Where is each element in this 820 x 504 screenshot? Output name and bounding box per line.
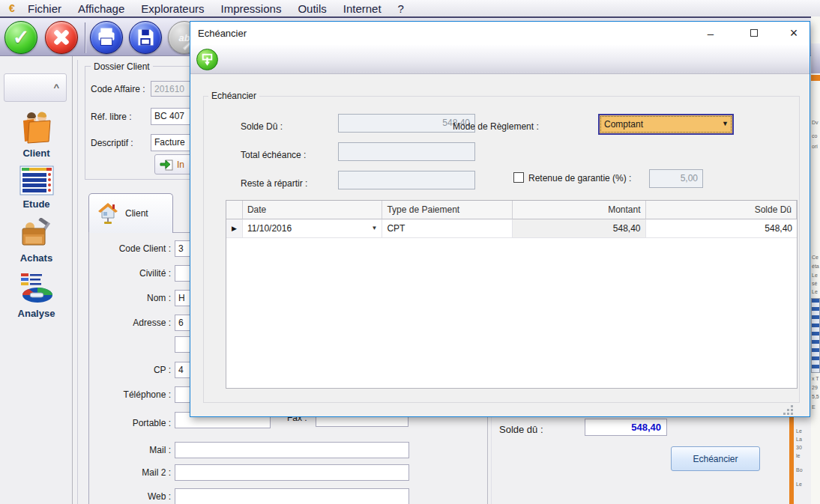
dossier-client-title: Dossier Client: [91, 61, 153, 72]
retenue-label: Retenue de garantie (%) :: [528, 173, 631, 183]
dialog-titlebar[interactable]: Echéancier – ×: [190, 22, 810, 45]
portable-label: Portable :: [88, 418, 171, 428]
mail2-field[interactable]: [175, 464, 409, 481]
menu-affichage[interactable]: Affichage: [70, 2, 133, 15]
sidebar-item-etude[interactable]: Etude: [0, 166, 73, 210]
sidebar-item-client[interactable]: Client: [0, 110, 73, 159]
preview-text: 30: [796, 445, 802, 450]
retenue-checkbox[interactable]: [513, 172, 524, 183]
table-header-row: Date Type de Paiement Montant Solde Dû: [226, 201, 797, 219]
solde-cell: 548,40: [646, 219, 797, 238]
menu-outils[interactable]: Outils: [289, 2, 334, 15]
application-window: € Fichier Affichage Explorateurs Impress…: [0, 0, 820, 504]
resize-grip[interactable]: [782, 404, 794, 416]
mail-label: Mail :: [88, 445, 171, 455]
etude-list-icon: [19, 166, 54, 195]
date-combo-cell[interactable]: 11/10/2016 ▼: [243, 219, 383, 238]
panel-divider: [77, 60, 78, 504]
tab-client-label: Client: [125, 208, 148, 219]
dialog-title: Echéancier: [198, 28, 247, 39]
web-field[interactable]: [175, 488, 409, 504]
mail2-label: Mail 2 :: [88, 467, 171, 478]
app-euro-icon: €: [4, 2, 19, 14]
preview-text: Bo: [796, 467, 803, 473]
analyse-pie-icon: [19, 272, 54, 305]
totals-divider: [487, 417, 488, 504]
type-cell: CPT: [382, 219, 513, 238]
close-icon: ×: [790, 25, 798, 41]
chevron-up-icon[interactable]: ^: [53, 82, 59, 93]
code-client-label: Code Client :: [88, 243, 171, 254]
ref-libre-label: Réf. libre :: [91, 112, 132, 122]
menu-fichier[interactable]: Fichier: [19, 2, 70, 15]
preview-text: Le: [796, 482, 802, 487]
dlg-total-echeance-label: Total échéance :: [241, 150, 306, 160]
client-folder-icon: [19, 110, 55, 145]
validate-icon[interactable]: ✓: [4, 21, 37, 54]
preview-table-block: [811, 298, 820, 373]
chevron-down-icon: ▼: [372, 219, 378, 237]
dlg-total-echeance-field: [338, 142, 475, 161]
preview-header-bar: [811, 75, 820, 81]
menu-help[interactable]: ?: [390, 2, 412, 15]
code-affaire-label: Code Affaire :: [91, 84, 145, 94]
header-type[interactable]: Type de Paiement: [382, 201, 513, 219]
dlg-solde-du-label: Solde Dû :: [241, 121, 283, 132]
toolbar-separator: [85, 22, 85, 53]
mode-reglement-combo[interactable]: Comptant ▼: [598, 114, 734, 135]
sidebar-collapse-panel[interactable]: ^: [4, 73, 67, 102]
print-icon[interactable]: [90, 21, 123, 54]
close-button[interactable]: ×: [777, 22, 811, 44]
totals-divider-highlight: [491, 417, 492, 504]
save-icon[interactable]: [129, 21, 162, 54]
preview-text: Le: [796, 428, 802, 434]
echeancier-dialog: Echéancier – × Echéancier Solde Dû :: [190, 21, 810, 417]
preview-text: le: [796, 453, 800, 458]
adresse-label: Adresse :: [88, 318, 171, 328]
solde-du-label: Solde dû :: [499, 424, 543, 435]
cp-label: CP :: [88, 365, 171, 375]
header-date[interactable]: Date: [243, 201, 383, 219]
arrow-into-doc-icon: [160, 159, 173, 171]
dlg-reste-field: [338, 171, 475, 189]
table-row[interactable]: ▶ 11/10/2016 ▼ CPT 548,40 548,40: [226, 219, 797, 238]
retenue-field: 5,00: [649, 169, 703, 188]
nom-label: Nom :: [88, 293, 171, 303]
header-solde[interactable]: Solde Dû: [646, 201, 797, 219]
minimize-icon: –: [708, 27, 714, 40]
tab-client[interactable]: Client: [88, 193, 173, 233]
echeancier-group-title: Echéancier: [208, 91, 259, 101]
date-value: 11/10/2016: [247, 219, 292, 237]
achats-crate-icon: [19, 218, 54, 249]
sidebar-item-analyse[interactable]: Analyse: [0, 272, 73, 319]
echeancier-button[interactable]: Echéancier: [671, 446, 760, 471]
mode-reglement-label: Mode de Règlement :: [453, 121, 539, 132]
menu-internet[interactable]: Internet: [335, 2, 390, 15]
validate-echeancier-icon[interactable]: [196, 49, 218, 70]
dlg-reste-label: Reste à répartir :: [241, 178, 307, 189]
echeances-table: Date Type de Paiement Montant Solde Dû ▶…: [226, 200, 798, 389]
menu-bar: € Fichier Affichage Explorateurs Impress…: [0, 0, 820, 16]
menu-explorateurs[interactable]: Explorateurs: [133, 2, 212, 15]
header-montant[interactable]: Montant: [513, 201, 646, 219]
mode-reglement-value: Comptant: [604, 119, 643, 130]
preview-text: La: [796, 437, 802, 442]
mail-field[interactable]: [175, 442, 409, 458]
chevron-down-icon: ▼: [722, 120, 729, 127]
menu-impressions[interactable]: Impressions: [213, 2, 290, 15]
document-preview-sliver: Dv co ori Ce éta Le sé Le x T 29 5,5 E: [811, 16, 820, 504]
montant-cell: 548,40: [513, 219, 646, 238]
civilite-label: Civilité :: [88, 268, 171, 279]
maximize-button[interactable]: [737, 22, 771, 44]
sidebar: ^ Client: [0, 56, 73, 504]
house-icon: [96, 201, 120, 225]
solde-du-value: 548,40: [585, 419, 667, 436]
telephone-label: Téléphone :: [88, 389, 171, 400]
row-marker-icon: ▶: [226, 219, 243, 238]
dialog-toolbar: [190, 45, 810, 74]
cancel-icon[interactable]: [45, 21, 78, 54]
preview-left-border: [789, 417, 794, 504]
sidebar-item-achats[interactable]: Achats: [0, 218, 73, 264]
minimize-button[interactable]: –: [693, 22, 728, 44]
header-selector: [226, 201, 243, 219]
